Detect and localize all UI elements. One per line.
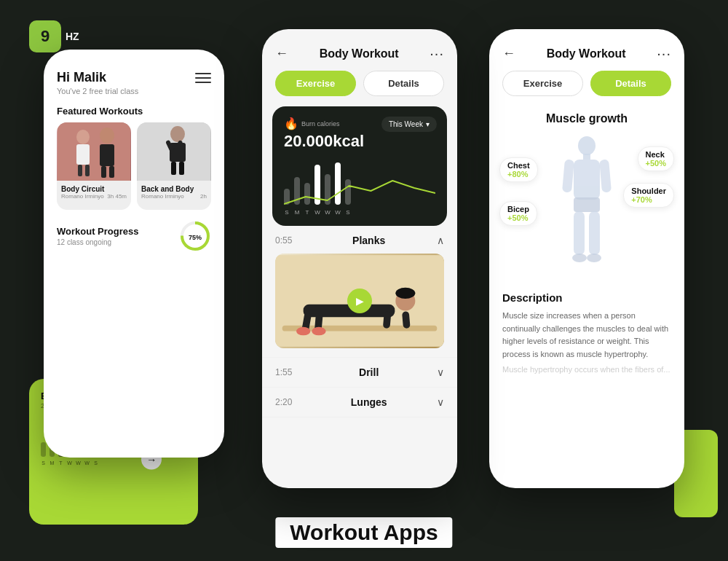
muscle-shoulder: Shoulder +70% — [623, 183, 674, 208]
svg-point-30 — [578, 136, 596, 155]
lunges-chevron-icon[interactable]: ∨ — [437, 396, 444, 408]
progress-sub: 12 class ongoing — [57, 238, 138, 246]
workout-card-1[interactable]: Body Circuit Romano Irminyo 3h 45m — [57, 122, 131, 210]
planks-time: 0:55 — [275, 235, 292, 246]
lunges-name: Lunges — [351, 396, 387, 408]
phone-left: Hi Malik You've 2 free trial class Featu… — [44, 50, 224, 458]
couple-image — [57, 122, 131, 181]
hamburger-menu-icon[interactable] — [195, 70, 211, 86]
svg-rect-0 — [58, 122, 130, 181]
svg-rect-7 — [101, 166, 106, 178]
week-filter-pill[interactable]: This Week ▾ — [381, 117, 437, 132]
wc1-duration: 3h 45m — [107, 193, 127, 200]
svg-rect-31 — [583, 154, 590, 160]
wc2-name: Back and Body — [141, 185, 207, 193]
desc-title: Description — [502, 291, 671, 304]
wc2-duration: 2h — [200, 193, 207, 200]
right-tab-exercise[interactable]: Exercise — [502, 71, 583, 96]
svg-rect-35 — [574, 197, 600, 212]
svg-rect-6 — [100, 144, 114, 166]
muscle-growth-title: Muscle growth — [489, 112, 684, 125]
planks-chevron-icon[interactable]: ∧ — [437, 235, 444, 246]
muscle-neck: Neck +50% — [638, 146, 674, 171]
logo-icon: 9 — [29, 20, 61, 52]
right-title: Body Workout — [547, 47, 626, 60]
mid-title: Body Workout — [320, 47, 399, 60]
tab-details[interactable]: Details — [363, 71, 444, 96]
drill-time: 1:55 — [275, 367, 292, 377]
back-button[interactable]: ← — [275, 46, 288, 61]
svg-rect-14 — [171, 162, 176, 175]
exercise-planks: 0:55 Planks ∧ — [262, 226, 457, 358]
single-figure-image — [137, 122, 211, 181]
right-header: ← Body Workout ··· — [489, 29, 684, 71]
fire-icon: 🔥 — [284, 117, 298, 130]
greeting-subtitle: You've 2 free trial class — [57, 87, 211, 95]
planks-video[interactable]: ▶ — [275, 254, 444, 348]
featured-workouts-label: Featured Workouts — [57, 106, 211, 117]
drill-name: Drill — [359, 366, 379, 378]
workout-cards-container: Body Circuit Romano Irminyo 3h 45m — [57, 122, 211, 210]
phone-right: ← Body Workout ··· Exercise Details Musc… — [489, 29, 684, 488]
svg-point-39 — [587, 254, 601, 262]
calories-value: 20.000kcal — [284, 132, 435, 151]
phone-mid: ← Body Workout ··· Exercise Details 🔥 Bu… — [262, 29, 457, 488]
svg-point-5 — [100, 128, 114, 144]
workout-card-2[interactable]: Back and Body Romano Irminyo 2h — [137, 122, 211, 210]
mid-header: ← Body Workout ··· — [262, 29, 457, 71]
svg-rect-36 — [574, 211, 585, 255]
wc2-instructor: Romano Irminyo — [141, 193, 184, 200]
svg-rect-2 — [76, 144, 90, 165]
right-tab-details[interactable]: Details — [590, 71, 671, 96]
svg-rect-33 — [562, 160, 574, 193]
planks-name: Planks — [352, 235, 385, 246]
play-button[interactable]: ▶ — [347, 289, 372, 313]
chart-curve — [284, 175, 435, 211]
logo-hz: HZ — [66, 31, 79, 42]
right-more-options[interactable]: ··· — [657, 45, 671, 62]
logo: 9 HZ — [29, 20, 79, 52]
svg-rect-34 — [599, 160, 612, 193]
svg-point-1 — [76, 130, 90, 144]
exercise-drill: 1:55 Drill ∨ — [262, 358, 457, 388]
more-options-button[interactable]: ··· — [430, 45, 444, 62]
muscle-chest: Chest +80% — [499, 157, 538, 182]
muscle-diagram: Chest +80% Bicep +50% Neck +50% Shoulder… — [499, 136, 674, 281]
svg-rect-37 — [589, 211, 600, 255]
greeting-text: Hi Malik — [57, 70, 211, 85]
drill-chevron-icon[interactable]: ∨ — [437, 366, 444, 378]
right-back-button[interactable]: ← — [502, 46, 515, 61]
workout-progress-section: Workout Progress 12 class ongoing 75% — [57, 220, 211, 252]
svg-rect-32 — [574, 160, 600, 200]
svg-point-23 — [395, 288, 415, 299]
svg-point-38 — [572, 254, 587, 262]
desc-text: Muscle size increases when a person cont… — [502, 310, 671, 361]
tab-exercise[interactable]: Exercise — [275, 71, 356, 96]
body-figure-svg — [558, 136, 616, 274]
svg-rect-8 — [109, 166, 114, 178]
exercise-lunges: 2:20 Lunges ∨ — [262, 388, 457, 417]
svg-text:75%: 75% — [189, 234, 202, 241]
right-tab-bar: Exercise Details — [489, 71, 684, 106]
body-figure — [558, 136, 616, 274]
workout-progress-label: Workout Progress — [57, 226, 138, 237]
mid-tab-bar: Exercise Details — [262, 71, 457, 106]
svg-point-10 — [170, 126, 185, 142]
desc-fade-text: Muscle hypertrophy occurs when the fiber… — [502, 365, 671, 374]
page-title: Workout Apps — [275, 517, 452, 548]
calories-label: Burn calories — [301, 120, 340, 128]
svg-point-29 — [312, 327, 325, 336]
svg-point-28 — [296, 327, 310, 336]
wc1-name: Body Circuit — [61, 185, 127, 193]
muscle-bicep: Bicep +50% — [499, 201, 537, 226]
calories-card: 🔥 Burn calories 20.000kcal This Week ▾ S — [272, 106, 447, 226]
svg-rect-15 — [179, 162, 184, 175]
progress-circle: 75% — [179, 220, 211, 252]
svg-rect-3 — [78, 165, 82, 176]
lunges-time: 2:20 — [275, 397, 292, 407]
wc1-instructor: Romano Irminyo — [61, 193, 104, 200]
svg-rect-4 — [85, 165, 90, 176]
description-section: Description Muscle size increases when a… — [489, 281, 684, 384]
